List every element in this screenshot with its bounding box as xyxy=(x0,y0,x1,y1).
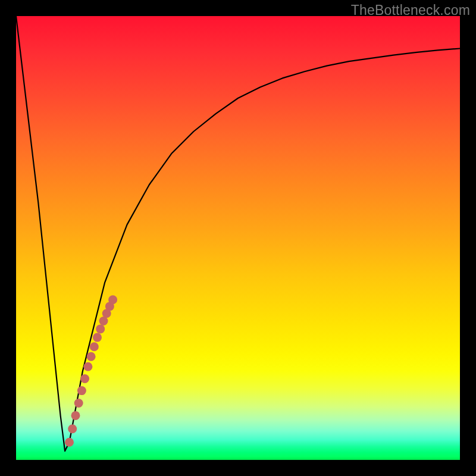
chart-frame: TheBottleneck.com xyxy=(0,0,476,476)
highlight-dot xyxy=(71,411,80,420)
curve-layer xyxy=(16,16,460,460)
highlight-dot xyxy=(87,352,96,361)
bottleneck-curve xyxy=(16,16,460,451)
highlight-dot xyxy=(108,295,117,304)
highlight-dot xyxy=(80,374,89,383)
highlight-dot xyxy=(96,324,105,333)
highlight-dot xyxy=(93,333,102,342)
plot-area xyxy=(16,16,460,460)
highlight-dot xyxy=(77,386,86,395)
highlight-dot xyxy=(83,362,92,371)
highlight-dot xyxy=(68,424,77,433)
highlight-dot xyxy=(65,438,74,447)
highlight-dot xyxy=(90,342,99,351)
highlight-dot xyxy=(74,399,83,408)
